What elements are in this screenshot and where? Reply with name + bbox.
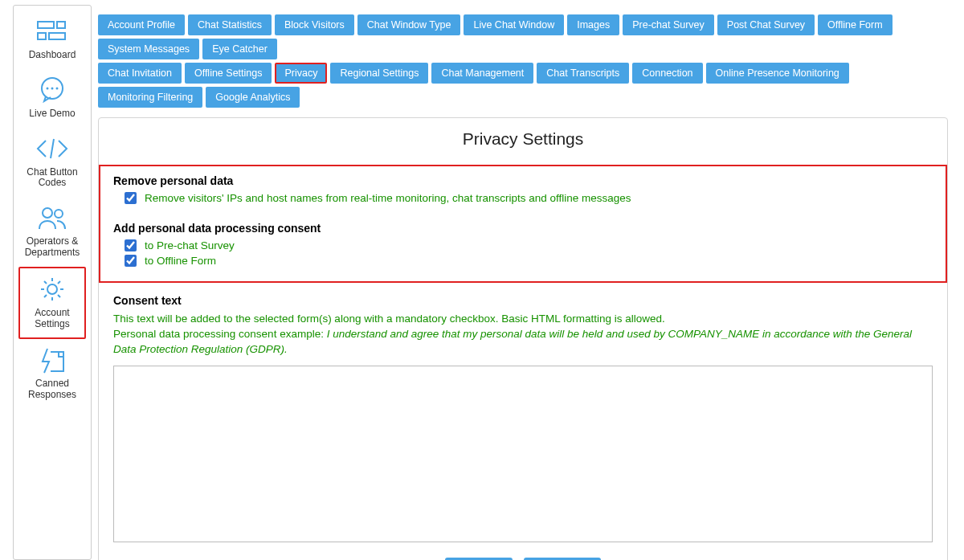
tab-offline-form[interactable]: Offline Form — [818, 14, 893, 35]
svg-point-8 — [43, 208, 52, 218]
tab-chat-window-type[interactable]: Chat Window Type — [357, 14, 461, 35]
highlight-privacy-options: Remove personal data Remove visitors' IP… — [99, 165, 947, 283]
consent-text-title: Consent text — [113, 294, 933, 307]
sidebar-item-label: Chat Button Codes — [18, 167, 86, 190]
sidebar-item-label: Operators & Departments — [18, 236, 86, 259]
svg-rect-0 — [38, 22, 54, 28]
remove-ips-label: Remove visitors' IPs and host names from… — [145, 192, 631, 204]
consent-prechat-checkbox[interactable] — [125, 239, 137, 251]
sidebar-item-canned-responses[interactable]: Canned Responses — [18, 339, 86, 409]
sidebar-item-live-demo[interactable]: Live Demo — [18, 69, 86, 128]
tab-monitoring-filtering[interactable]: Monitoring Filtering — [98, 87, 202, 108]
tab-regional-settings[interactable]: Regional Settings — [330, 63, 428, 84]
tab-images[interactable]: Images — [567, 14, 619, 35]
sidebar-item-chat-button-codes[interactable]: Chat Button Codes — [18, 128, 86, 198]
lightning-document-icon — [33, 345, 71, 374]
sidebar-item-label: Account Settings — [20, 308, 84, 330]
sidebar-item-label: Canned Responses — [18, 378, 86, 401]
tab-chat-management[interactable]: Chat Management — [431, 63, 533, 84]
svg-point-6 — [51, 87, 54, 89]
tabs-row-2: Chat InvitationOffline SettingsPrivacyRe… — [98, 63, 948, 108]
tab-offline-settings[interactable]: Offline Settings — [185, 63, 272, 84]
svg-point-5 — [47, 87, 49, 89]
tab-chat-transcripts[interactable]: Chat Transcripts — [537, 63, 629, 84]
remove-ips-checkbox[interactable] — [125, 192, 137, 204]
svg-point-7 — [56, 87, 59, 89]
svg-point-10 — [47, 284, 57, 294]
svg-rect-2 — [38, 33, 46, 39]
svg-rect-1 — [57, 22, 65, 28]
gear-icon — [33, 275, 71, 304]
consent-textarea[interactable] — [113, 366, 933, 542]
tab-account-profile[interactable]: Account Profile — [98, 14, 185, 35]
settings-panel: Privacy Settings Remove personal data Re… — [98, 117, 948, 560]
consent-offline-checkbox[interactable] — [125, 255, 137, 267]
tab-chat-statistics[interactable]: Chat Statistics — [188, 14, 272, 35]
tab-google-analytics[interactable]: Google Analytics — [206, 87, 300, 108]
remove-personal-data-title: Remove personal data — [113, 174, 933, 187]
people-icon — [33, 203, 71, 232]
sidebar-item-operators-departments[interactable]: Operators & Departments — [18, 197, 86, 267]
tab-post-chat-survey[interactable]: Post Chat Survey — [717, 14, 815, 35]
tab-live-chat-window[interactable]: Live Chat Window — [464, 14, 564, 35]
chat-bubble-icon — [33, 76, 71, 104]
tab-connection[interactable]: Connection — [632, 63, 702, 84]
consent-help-line1: This text will be added to the selected … — [113, 312, 933, 327]
page-title: Privacy Settings — [113, 129, 933, 149]
tab-chat-invitation[interactable]: Chat Invitation — [98, 63, 182, 84]
svg-point-9 — [55, 210, 63, 218]
consent-offline-label: to Offline Form — [145, 255, 216, 267]
tab-pre-chat-survey[interactable]: Pre-chat Survey — [623, 14, 714, 35]
sidebar-item-dashboard[interactable]: Dashboard — [18, 10, 86, 69]
sidebar: Dashboard Live Demo Chat Button Codes — [13, 5, 92, 560]
tab-online-presence-monitoring[interactable]: Online Presence Monitoring — [706, 63, 849, 84]
code-icon — [33, 134, 71, 163]
tab-block-visitors[interactable]: Block Visitors — [275, 14, 354, 35]
dashboard-icon — [33, 17, 71, 46]
sidebar-item-label: Live Demo — [29, 108, 75, 120]
main-content: Account ProfileChat StatisticsBlock Visi… — [92, 0, 964, 560]
consent-help-line2: Personal data processing consent example… — [113, 327, 933, 358]
tab-privacy[interactable]: Privacy — [275, 63, 327, 84]
tab-eye-catcher[interactable]: Eye Catcher — [202, 39, 277, 59]
add-consent-title: Add personal data processing consent — [113, 222, 933, 235]
tab-system-messages[interactable]: System Messages — [98, 39, 199, 59]
sidebar-item-account-settings[interactable]: Account Settings — [18, 267, 86, 340]
consent-prechat-label: to Pre-chat Survey — [145, 239, 235, 251]
sidebar-item-label: Dashboard — [29, 50, 76, 61]
svg-rect-3 — [49, 33, 65, 39]
tabs-row-1: Account ProfileChat StatisticsBlock Visi… — [98, 14, 948, 59]
